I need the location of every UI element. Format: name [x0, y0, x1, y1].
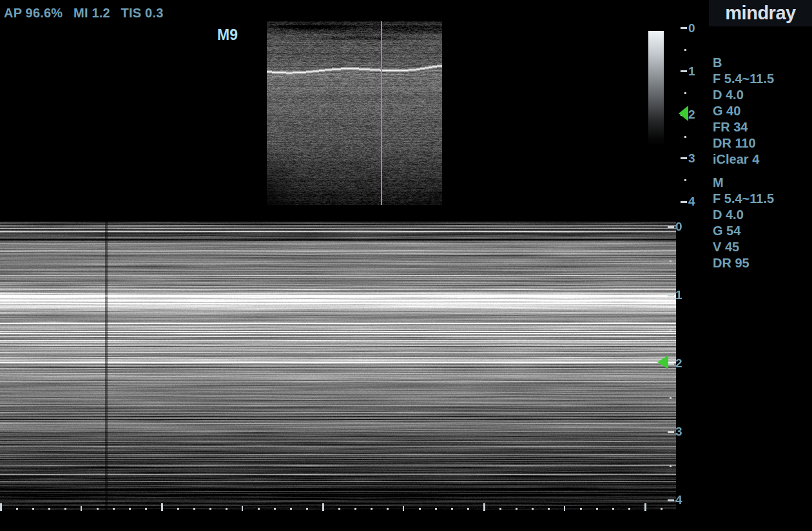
time-scale-ruler: [0, 503, 676, 511]
tick-dot: [684, 179, 686, 181]
b-gain-readout: G 40: [713, 103, 774, 119]
time-tick: [532, 508, 534, 510]
m-sweep-speed-readout: V 45: [713, 239, 774, 255]
time-tick: [499, 508, 501, 510]
time-tick: [177, 508, 179, 510]
time-tick: [338, 508, 340, 510]
m-gain-readout: G 54: [713, 223, 774, 239]
time-tick: [628, 508, 630, 510]
tick-dash: [668, 431, 674, 433]
time-tick: [242, 506, 243, 511]
time-tick: [290, 508, 292, 510]
depth-label: 0: [688, 20, 695, 37]
depth-label: 1: [688, 63, 695, 80]
tick-dash: [681, 70, 687, 72]
time-tick: [226, 508, 227, 510]
acoustic-power-value: AP 96.6%: [4, 6, 63, 20]
m-parameters-panel: M F 5.4~11.5 D 4.0 G 54 V 45 DR 95: [713, 175, 774, 271]
b-parameters-panel: B F 5.4~11.5 D 4.0 G 40 FR 34 DR 110 iCl…: [713, 55, 774, 168]
b-depth-readout: D 4.0: [713, 87, 774, 103]
time-tick: [64, 508, 66, 510]
mechanical-index-value: MI 1.2: [73, 6, 110, 20]
m-frequency-readout: F 5.4~11.5: [713, 191, 774, 207]
time-tick: [516, 508, 517, 510]
brand-logo-text: mindray: [725, 3, 795, 24]
tick-dash: [681, 157, 687, 159]
time-tick: [258, 508, 260, 510]
m-focus-marker-icon[interactable]: [657, 355, 668, 369]
acoustic-output-readout: AP 96.6% MI 1.2 TIS 0.3: [4, 6, 170, 21]
time-tick: [209, 508, 211, 510]
m-mode-trace: [0, 222, 676, 510]
time-tick: [48, 508, 50, 510]
time-tick: [274, 508, 276, 510]
depth-label: 2: [675, 355, 682, 372]
tick-dash: [681, 201, 687, 203]
tick-dot: [684, 92, 686, 94]
time-tick: [322, 503, 324, 511]
time-tick: [661, 508, 662, 510]
depth-label: 1: [675, 287, 682, 304]
m-line-cursor[interactable]: [381, 21, 382, 205]
tick-dash: [668, 363, 674, 365]
time-tick: [644, 503, 646, 511]
time-tick: [32, 508, 34, 510]
time-tick: [580, 508, 582, 510]
time-tick: [306, 508, 308, 510]
probe-model-label: M9: [217, 26, 238, 44]
brand-logo: mindray: [709, 0, 812, 26]
tick-dot: [670, 397, 672, 399]
tick-dot: [670, 465, 672, 467]
tick-dot: [670, 260, 672, 262]
time-tick: [387, 508, 389, 510]
b-mode-header: B: [713, 55, 774, 71]
time-tick: [145, 508, 147, 510]
b-frame-rate-readout: FR 34: [713, 119, 774, 135]
depth-label: 3: [688, 150, 695, 167]
time-tick: [564, 506, 565, 511]
time-tick: [16, 508, 18, 510]
time-tick: [483, 503, 485, 511]
b-mode-canvas: [267, 21, 442, 205]
time-tick: [612, 508, 614, 510]
tick-dash: [668, 499, 674, 501]
tick-dash: [681, 27, 687, 29]
time-tick: [371, 508, 372, 510]
time-tick: [548, 508, 550, 510]
time-tick: [129, 508, 131, 510]
ultrasound-display: AP 96.6% MI 1.2 TIS 0.3 M9 01234 01234 m…: [0, 0, 812, 531]
thermal-index-value: TIS 0.3: [121, 6, 164, 20]
time-tick: [0, 503, 2, 511]
m-mode-header: M: [713, 175, 774, 191]
time-tick: [467, 508, 469, 510]
time-tick: [419, 508, 421, 510]
b-dynamic-range-readout: DR 110: [713, 135, 774, 151]
time-tick: [354, 508, 356, 510]
time-tick: [403, 506, 404, 511]
depth-label: 2: [688, 106, 695, 123]
grayscale-bar: [648, 31, 664, 144]
tick-dot: [684, 136, 686, 138]
tick-dot: [684, 49, 686, 51]
time-tick: [161, 503, 163, 511]
m-dynamic-range-readout: DR 95: [713, 255, 774, 271]
tick-dot: [670, 329, 672, 331]
time-tick: [451, 508, 453, 510]
b-iclear-readout: iClear 4: [713, 151, 774, 168]
time-tick: [81, 506, 82, 511]
time-tick: [97, 508, 99, 510]
b-focus-marker-icon[interactable]: [679, 106, 688, 121]
time-tick: [113, 508, 115, 510]
time-tick: [596, 508, 598, 510]
depth-label: 4: [675, 492, 682, 508]
tick-dash: [668, 294, 674, 296]
time-tick: [435, 508, 437, 510]
m-depth-readout: D 4.0: [713, 207, 774, 223]
b-frequency-readout: F 5.4~11.5: [713, 71, 774, 87]
time-tick: [193, 508, 195, 510]
depth-label: 4: [688, 193, 695, 210]
b-mode-image[interactable]: [267, 21, 442, 205]
depth-label: 3: [675, 423, 682, 440]
depth-label: 0: [675, 218, 682, 235]
tick-dash: [668, 226, 674, 228]
